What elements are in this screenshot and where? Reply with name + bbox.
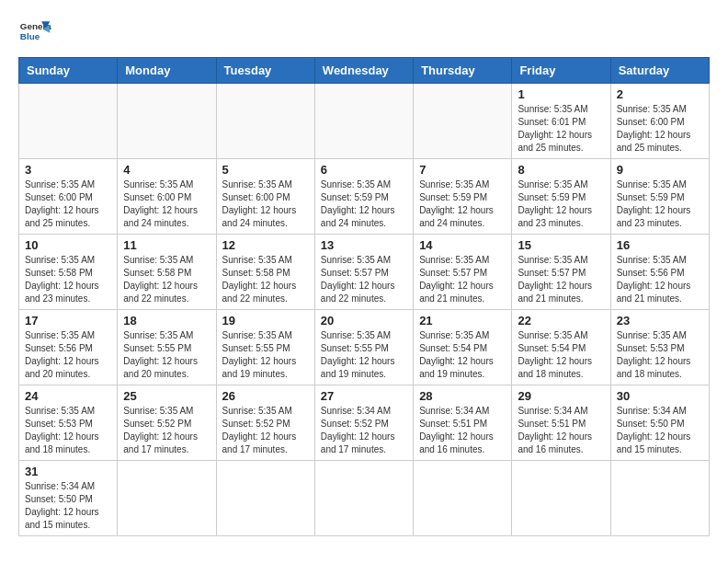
calendar-cell: 26Sunrise: 5:35 AM Sunset: 5:52 PM Dayli…: [216, 385, 314, 461]
day-number: 12: [222, 238, 309, 252]
day-number: 13: [321, 238, 407, 252]
day-info: Sunrise: 5:35 AM Sunset: 5:57 PM Dayligh…: [321, 254, 407, 305]
calendar-cell: [314, 84, 413, 159]
calendar-cell: 2Sunrise: 5:35 AM Sunset: 6:00 PM Daylig…: [610, 84, 709, 159]
day-info: Sunrise: 5:34 AM Sunset: 5:52 PM Dayligh…: [321, 405, 407, 456]
col-header-wednesday: Wednesday: [314, 58, 413, 84]
calendar-week-row: 24Sunrise: 5:35 AM Sunset: 5:53 PM Dayli…: [19, 385, 710, 461]
calendar-cell: [414, 84, 512, 159]
calendar-cell: 28Sunrise: 5:34 AM Sunset: 5:51 PM Dayli…: [414, 385, 512, 461]
day-number: 11: [123, 238, 210, 252]
calendar-cell: [314, 461, 413, 536]
day-number: 14: [419, 238, 506, 252]
day-info: Sunrise: 5:35 AM Sunset: 5:59 PM Dayligh…: [518, 178, 604, 230]
day-info: Sunrise: 5:35 AM Sunset: 6:01 PM Dayligh…: [518, 103, 604, 155]
calendar-cell: 9Sunrise: 5:35 AM Sunset: 5:59 PM Daylig…: [610, 159, 709, 235]
calendar-cell: 6Sunrise: 5:35 AM Sunset: 5:59 PM Daylig…: [314, 159, 413, 235]
calendar-week-row: 17Sunrise: 5:35 AM Sunset: 5:56 PM Dayli…: [19, 310, 710, 385]
day-number: 7: [419, 163, 506, 177]
day-info: Sunrise: 5:35 AM Sunset: 5:57 PM Dayligh…: [518, 254, 604, 305]
calendar-week-row: 10Sunrise: 5:35 AM Sunset: 5:58 PM Dayli…: [19, 235, 710, 310]
calendar-cell: [414, 461, 512, 536]
page-header: General Blue: [18, 15, 710, 48]
day-number: 19: [222, 314, 309, 327]
calendar-cell: 29Sunrise: 5:34 AM Sunset: 5:51 PM Dayli…: [512, 385, 610, 461]
calendar-cell: 15Sunrise: 5:35 AM Sunset: 5:57 PM Dayli…: [512, 235, 610, 310]
calendar-cell: [512, 461, 610, 536]
day-number: 9: [617, 163, 703, 177]
day-number: 15: [518, 238, 604, 252]
calendar-cell: 20Sunrise: 5:35 AM Sunset: 5:55 PM Dayli…: [314, 310, 413, 385]
day-info: Sunrise: 5:35 AM Sunset: 5:54 PM Dayligh…: [419, 329, 506, 381]
day-number: 29: [518, 389, 604, 403]
calendar-cell: 3Sunrise: 5:35 AM Sunset: 6:00 PM Daylig…: [19, 159, 118, 235]
calendar-cell: 10Sunrise: 5:35 AM Sunset: 5:58 PM Dayli…: [19, 235, 118, 310]
col-header-sunday: Sunday: [19, 58, 118, 84]
day-info: Sunrise: 5:35 AM Sunset: 6:00 PM Dayligh…: [123, 178, 210, 230]
day-number: 26: [222, 389, 309, 403]
day-info: Sunrise: 5:35 AM Sunset: 5:57 PM Dayligh…: [419, 254, 506, 305]
generalblue-logo-icon: General Blue: [18, 15, 51, 48]
calendar-table: SundayMondayTuesdayWednesdayThursdayFrid…: [18, 57, 710, 536]
calendar-week-row: 31Sunrise: 5:34 AM Sunset: 5:50 PM Dayli…: [19, 461, 710, 536]
day-info: Sunrise: 5:34 AM Sunset: 5:51 PM Dayligh…: [518, 405, 604, 456]
day-info: Sunrise: 5:35 AM Sunset: 5:55 PM Dayligh…: [321, 329, 407, 381]
calendar-cell: [118, 84, 216, 159]
day-number: 27: [321, 389, 407, 403]
col-header-tuesday: Tuesday: [216, 58, 314, 84]
calendar-week-row: 3Sunrise: 5:35 AM Sunset: 6:00 PM Daylig…: [19, 159, 710, 235]
day-info: Sunrise: 5:34 AM Sunset: 5:51 PM Dayligh…: [419, 405, 506, 456]
day-number: 30: [617, 389, 703, 403]
day-info: Sunrise: 5:35 AM Sunset: 5:59 PM Dayligh…: [617, 178, 703, 230]
day-info: Sunrise: 5:35 AM Sunset: 5:53 PM Dayligh…: [617, 329, 703, 381]
svg-text:Blue: Blue: [20, 31, 40, 41]
calendar-cell: 19Sunrise: 5:35 AM Sunset: 5:55 PM Dayli…: [216, 310, 314, 385]
calendar-cell: 30Sunrise: 5:34 AM Sunset: 5:50 PM Dayli…: [610, 385, 709, 461]
calendar-cell: [216, 461, 314, 536]
day-number: 1: [518, 87, 604, 101]
calendar-cell: 13Sunrise: 5:35 AM Sunset: 5:57 PM Dayli…: [314, 235, 413, 310]
calendar-cell: 18Sunrise: 5:35 AM Sunset: 5:55 PM Dayli…: [118, 310, 216, 385]
day-number: 21: [419, 314, 506, 327]
day-info: Sunrise: 5:35 AM Sunset: 6:00 PM Dayligh…: [617, 103, 703, 155]
day-number: 17: [25, 314, 111, 327]
day-info: Sunrise: 5:34 AM Sunset: 5:50 PM Dayligh…: [25, 480, 111, 532]
calendar-cell: 14Sunrise: 5:35 AM Sunset: 5:57 PM Dayli…: [414, 235, 512, 310]
day-info: Sunrise: 5:35 AM Sunset: 5:58 PM Dayligh…: [123, 254, 210, 305]
day-number: 31: [25, 465, 111, 478]
calendar-week-row: 1Sunrise: 5:35 AM Sunset: 6:01 PM Daylig…: [19, 84, 710, 159]
calendar-cell: 1Sunrise: 5:35 AM Sunset: 6:01 PM Daylig…: [512, 84, 610, 159]
day-number: 2: [617, 87, 703, 101]
calendar-cell: 12Sunrise: 5:35 AM Sunset: 5:58 PM Dayli…: [216, 235, 314, 310]
day-number: 10: [25, 238, 111, 252]
day-info: Sunrise: 5:35 AM Sunset: 5:58 PM Dayligh…: [222, 254, 309, 305]
day-info: Sunrise: 5:35 AM Sunset: 5:56 PM Dayligh…: [25, 329, 111, 381]
day-info: Sunrise: 5:35 AM Sunset: 5:55 PM Dayligh…: [123, 329, 210, 381]
calendar-header-row: SundayMondayTuesdayWednesdayThursdayFrid…: [19, 58, 710, 84]
day-info: Sunrise: 5:35 AM Sunset: 5:55 PM Dayligh…: [222, 329, 309, 381]
col-header-saturday: Saturday: [610, 58, 709, 84]
calendar-cell: 27Sunrise: 5:34 AM Sunset: 5:52 PM Dayli…: [314, 385, 413, 461]
col-header-thursday: Thursday: [414, 58, 512, 84]
logo-area: General Blue: [18, 15, 51, 48]
day-info: Sunrise: 5:35 AM Sunset: 6:00 PM Dayligh…: [222, 178, 309, 230]
day-info: Sunrise: 5:35 AM Sunset: 5:59 PM Dayligh…: [321, 178, 407, 230]
col-header-friday: Friday: [512, 58, 610, 84]
day-number: 22: [518, 314, 604, 327]
day-info: Sunrise: 5:35 AM Sunset: 5:58 PM Dayligh…: [25, 254, 111, 305]
day-info: Sunrise: 5:35 AM Sunset: 5:56 PM Dayligh…: [617, 254, 703, 305]
day-number: 6: [321, 163, 407, 177]
calendar-cell: 17Sunrise: 5:35 AM Sunset: 5:56 PM Dayli…: [19, 310, 118, 385]
day-info: Sunrise: 5:35 AM Sunset: 5:54 PM Dayligh…: [518, 329, 604, 381]
calendar-cell: 23Sunrise: 5:35 AM Sunset: 5:53 PM Dayli…: [610, 310, 709, 385]
calendar-cell: 21Sunrise: 5:35 AM Sunset: 5:54 PM Dayli…: [414, 310, 512, 385]
calendar-cell: [19, 84, 118, 159]
day-info: Sunrise: 5:35 AM Sunset: 5:53 PM Dayligh…: [25, 405, 111, 456]
calendar-cell: 11Sunrise: 5:35 AM Sunset: 5:58 PM Dayli…: [118, 235, 216, 310]
calendar-cell: [216, 84, 314, 159]
day-info: Sunrise: 5:35 AM Sunset: 6:00 PM Dayligh…: [25, 178, 111, 230]
day-number: 28: [419, 389, 506, 403]
day-number: 20: [321, 314, 407, 327]
day-number: 23: [617, 314, 703, 327]
calendar-cell: [118, 461, 216, 536]
